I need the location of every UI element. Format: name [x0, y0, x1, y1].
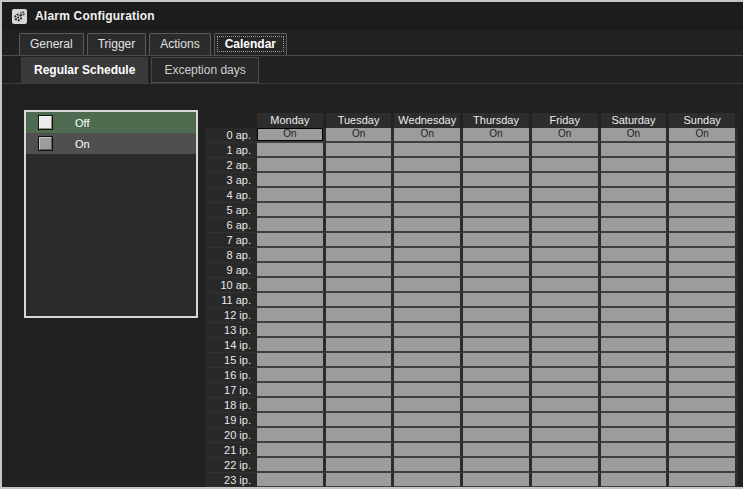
schedule-cell[interactable]	[326, 173, 395, 188]
schedule-cell[interactable]	[532, 428, 601, 443]
schedule-cell[interactable]	[257, 248, 326, 263]
schedule-cell[interactable]	[532, 158, 601, 173]
schedule-cell[interactable]	[669, 248, 738, 263]
schedule-cell[interactable]	[601, 428, 670, 443]
schedule-cell[interactable]	[257, 398, 326, 413]
schedule-cell[interactable]	[601, 203, 670, 218]
schedule-cell[interactable]	[463, 338, 532, 353]
schedule-cell[interactable]	[601, 443, 670, 458]
schedule-cell[interactable]	[669, 443, 738, 458]
schedule-cell[interactable]	[669, 233, 738, 248]
schedule-cell[interactable]	[257, 353, 326, 368]
schedule-cell[interactable]	[257, 293, 326, 308]
schedule-cell[interactable]	[257, 158, 326, 173]
schedule-cell[interactable]	[394, 368, 463, 383]
schedule-cell[interactable]	[257, 203, 326, 218]
schedule-cell[interactable]	[463, 158, 532, 173]
schedule-cell[interactable]	[601, 338, 670, 353]
schedule-cell[interactable]	[326, 143, 395, 158]
schedule-cell[interactable]	[394, 293, 463, 308]
schedule-cell[interactable]	[463, 143, 532, 158]
schedule-cell[interactable]	[257, 338, 326, 353]
schedule-cell[interactable]	[394, 308, 463, 323]
schedule-cell[interactable]	[257, 428, 326, 443]
schedule-cell[interactable]: On	[257, 128, 326, 143]
schedule-cell[interactable]	[394, 458, 463, 473]
schedule-cell[interactable]	[463, 323, 532, 338]
schedule-cell[interactable]	[532, 188, 601, 203]
schedule-cell[interactable]	[394, 158, 463, 173]
schedule-cell[interactable]	[463, 383, 532, 398]
schedule-cell[interactable]	[257, 383, 326, 398]
schedule-cell[interactable]	[257, 443, 326, 458]
schedule-cell[interactable]	[532, 458, 601, 473]
schedule-cell[interactable]	[463, 428, 532, 443]
schedule-cell[interactable]	[532, 443, 601, 458]
schedule-cell[interactable]	[532, 413, 601, 428]
schedule-cell[interactable]	[463, 413, 532, 428]
schedule-cell[interactable]	[601, 323, 670, 338]
schedule-cell[interactable]: On	[601, 128, 670, 143]
schedule-cell[interactable]	[601, 278, 670, 293]
schedule-cell[interactable]	[532, 353, 601, 368]
schedule-cell[interactable]	[394, 218, 463, 233]
schedule-cell[interactable]	[326, 158, 395, 173]
schedule-cell[interactable]	[669, 293, 738, 308]
schedule-cell[interactable]	[532, 398, 601, 413]
schedule-cell[interactable]	[601, 188, 670, 203]
schedule-cell[interactable]	[669, 413, 738, 428]
schedule-cell[interactable]	[257, 368, 326, 383]
schedule-cell[interactable]	[669, 368, 738, 383]
schedule-cell[interactable]	[394, 263, 463, 278]
schedule-cell[interactable]	[326, 323, 395, 338]
schedule-cell[interactable]	[326, 278, 395, 293]
schedule-cell[interactable]	[326, 263, 395, 278]
schedule-cell[interactable]	[669, 323, 738, 338]
schedule-cell[interactable]	[257, 218, 326, 233]
schedule-cell[interactable]	[326, 233, 395, 248]
schedule-cell[interactable]	[326, 188, 395, 203]
schedule-cell[interactable]	[601, 413, 670, 428]
schedule-cell[interactable]	[463, 263, 532, 278]
schedule-cell[interactable]	[394, 143, 463, 158]
schedule-cell[interactable]	[532, 293, 601, 308]
schedule-cell[interactable]	[532, 173, 601, 188]
schedule-cell[interactable]	[257, 413, 326, 428]
schedule-cell[interactable]	[394, 398, 463, 413]
tab-trigger[interactable]: Trigger	[87, 33, 147, 55]
legend-item-on[interactable]: On	[26, 133, 196, 154]
schedule-cell[interactable]	[601, 473, 670, 488]
schedule-cell[interactable]	[601, 308, 670, 323]
schedule-cell[interactable]	[669, 143, 738, 158]
schedule-cell[interactable]	[669, 458, 738, 473]
schedule-cell[interactable]	[463, 308, 532, 323]
schedule-cell[interactable]	[669, 383, 738, 398]
schedule-cell[interactable]	[463, 248, 532, 263]
schedule-cell[interactable]	[532, 383, 601, 398]
schedule-cell[interactable]	[532, 218, 601, 233]
schedule-cell[interactable]	[532, 278, 601, 293]
schedule-cell[interactable]	[463, 398, 532, 413]
schedule-cell[interactable]	[463, 218, 532, 233]
schedule-cell[interactable]	[601, 383, 670, 398]
schedule-cell[interactable]	[601, 353, 670, 368]
schedule-cell[interactable]: On	[394, 128, 463, 143]
schedule-cell[interactable]	[326, 428, 395, 443]
schedule-cell[interactable]	[532, 248, 601, 263]
schedule-cell[interactable]	[532, 473, 601, 488]
schedule-cell[interactable]	[394, 173, 463, 188]
schedule-cell[interactable]	[532, 368, 601, 383]
subtab-regular-schedule[interactable]: Regular Schedule	[21, 57, 148, 83]
schedule-cell[interactable]	[669, 188, 738, 203]
schedule-cell[interactable]	[394, 383, 463, 398]
schedule-cell[interactable]	[326, 308, 395, 323]
schedule-cell[interactable]	[257, 263, 326, 278]
schedule-cell[interactable]	[326, 218, 395, 233]
schedule-cell[interactable]	[463, 293, 532, 308]
schedule-cell[interactable]	[394, 443, 463, 458]
schedule-cell[interactable]	[326, 443, 395, 458]
schedule-cell[interactable]	[601, 173, 670, 188]
schedule-cell[interactable]	[463, 188, 532, 203]
schedule-cell[interactable]	[257, 323, 326, 338]
schedule-cell[interactable]	[601, 218, 670, 233]
